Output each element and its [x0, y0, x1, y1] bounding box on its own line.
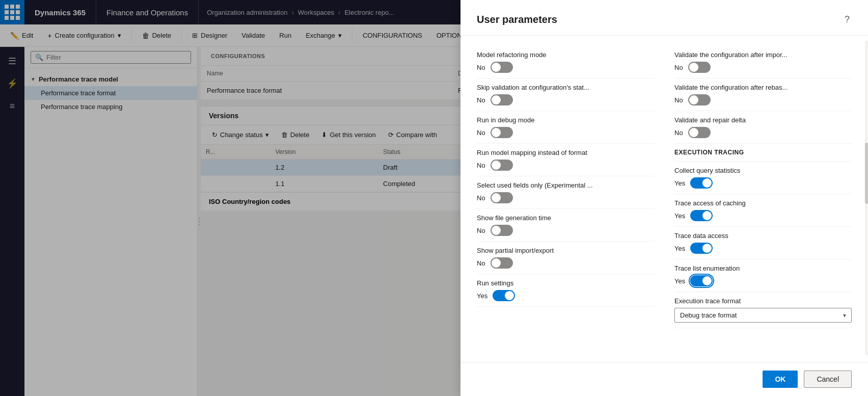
panel-scrollbar-thumb: [865, 143, 868, 204]
panel-close-button[interactable]: ?: [843, 12, 852, 27]
param-label-show-file-gen: Show file generation time: [477, 214, 654, 222]
param-value-text: No: [674, 96, 683, 104]
param-value-text: No: [477, 96, 485, 104]
param-label-collect-query: Collect query statistics: [674, 167, 852, 174]
param-show-file-gen: Show file generation time No: [477, 209, 654, 242]
toggle-show-partial[interactable]: [491, 257, 513, 269]
panel-scrollbar[interactable]: [865, 41, 868, 355]
toggle-run-model-mapping[interactable]: [491, 160, 513, 171]
param-value-text: No: [477, 129, 485, 137]
ok-button[interactable]: OK: [763, 371, 798, 388]
param-show-partial: Show partial import/export No: [477, 242, 654, 274]
param-run-debug: Run in debug mode No: [477, 111, 654, 144]
param-label-exec-trace-format: Execution trace format: [674, 297, 852, 305]
param-value-text: No: [477, 194, 485, 202]
execution-tracing-section: EXECUTION TRACING: [674, 144, 852, 162]
param-label-trace-caching: Trace access of caching: [674, 199, 852, 207]
left-params-column: Model refactoring mode No Skip validatio…: [477, 46, 654, 328]
param-label-validate-after-rebase: Validate the configuration after rebas..…: [674, 84, 852, 91]
cancel-button[interactable]: Cancel: [804, 371, 852, 388]
right-params-column: Validate the configuration after impor..…: [674, 46, 852, 328]
param-value-text: No: [674, 129, 683, 137]
param-label-validate-repair-delta: Validate and repair delta: [674, 116, 852, 124]
param-value-text: No: [477, 259, 485, 267]
panel-footer: OK Cancel: [460, 362, 868, 396]
param-value-text: No: [674, 64, 683, 71]
param-value-text: No: [477, 162, 485, 169]
chevron-down-icon: ▾: [843, 312, 846, 319]
param-validate-repair-delta: Validate and repair delta No: [674, 111, 852, 144]
toggle-model-refactoring[interactable]: [491, 62, 513, 73]
param-value-text: Yes: [674, 245, 685, 252]
param-exec-trace-format: Execution trace format Debug trace forma…: [674, 292, 852, 328]
param-collect-query: Collect query statistics Yes: [674, 162, 852, 194]
param-validate-after-rebase: Validate the configuration after rebas..…: [674, 78, 852, 111]
dropdown-value: Debug trace format: [680, 311, 737, 319]
exec-trace-format-dropdown[interactable]: Debug trace format ▾: [674, 308, 852, 323]
param-label-show-partial: Show partial import/export: [477, 247, 654, 254]
param-value-text: No: [477, 64, 485, 71]
param-trace-caching: Trace access of caching Yes: [674, 194, 852, 227]
param-label-run-model-mapping: Run model mapping instead of format: [477, 149, 654, 156]
param-run-model-mapping: Run model mapping instead of format No: [477, 144, 654, 176]
param-run-settings: Run settings Yes: [477, 274, 654, 307]
toggle-trace-list[interactable]: [690, 275, 713, 286]
param-label-trace-data: Trace data access: [674, 232, 852, 240]
param-label-select-used-fields: Select used fields only (Experimental ..…: [477, 181, 654, 189]
param-label-validate-after-import: Validate the configuration after impor..…: [674, 51, 852, 59]
param-value-text: Yes: [477, 292, 487, 300]
toggle-select-used-fields[interactable]: [491, 192, 513, 203]
param-value-text: Yes: [674, 277, 685, 285]
param-label-trace-list: Trace list enumeration: [674, 265, 852, 272]
param-label-skip-validation: Skip validation at configuration's stat.…: [477, 84, 654, 91]
param-label-run-settings: Run settings: [477, 279, 654, 287]
section-header-execution-tracing: EXECUTION TRACING: [674, 149, 852, 156]
toggle-show-file-gen[interactable]: [491, 225, 513, 236]
panel-title: User parameters: [477, 14, 557, 25]
param-value-text: Yes: [674, 179, 685, 187]
toggle-collect-query[interactable]: [690, 177, 713, 189]
param-value-text: Yes: [674, 212, 685, 220]
panel-body: Model refactoring mode No Skip validatio…: [460, 36, 868, 362]
param-skip-validation: Skip validation at configuration's stat.…: [477, 78, 654, 111]
param-select-used-fields: Select used fields only (Experimental ..…: [477, 176, 654, 209]
param-trace-data: Trace data access Yes: [674, 227, 852, 259]
toggle-validate-after-import[interactable]: [688, 62, 711, 73]
param-label-run-debug: Run in debug mode: [477, 116, 654, 124]
param-label-model-refactoring: Model refactoring mode: [477, 51, 654, 59]
toggle-validate-after-rebase[interactable]: [688, 94, 711, 105]
param-validate-after-import: Validate the configuration after impor..…: [674, 46, 852, 78]
param-value-text: No: [477, 227, 485, 234]
panel-header: User parameters ?: [460, 0, 868, 36]
toggle-skip-validation[interactable]: [491, 94, 513, 105]
user-params-panel: User parameters ? Model refactoring mode…: [460, 0, 868, 396]
toggle-run-settings[interactable]: [493, 290, 515, 301]
toggle-run-debug[interactable]: [491, 127, 513, 138]
toggle-validate-repair-delta[interactable]: [688, 127, 711, 138]
param-trace-list: Trace list enumeration Yes: [674, 259, 852, 292]
toggle-trace-data[interactable]: [690, 243, 713, 254]
param-model-refactoring: Model refactoring mode No: [477, 46, 654, 78]
toggle-trace-caching[interactable]: [690, 210, 713, 221]
